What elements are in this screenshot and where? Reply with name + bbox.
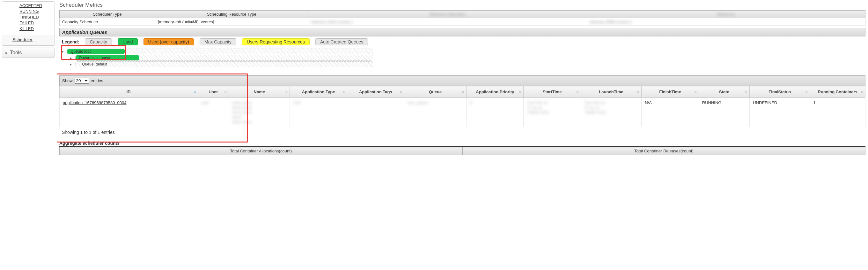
col-blur1: Minimum Allocation — [308, 10, 587, 18]
col-user[interactable]: User⇅ — [198, 86, 229, 98]
show-suffix: entries — [91, 78, 103, 83]
col-apptags[interactable]: Application Tags⇅ — [347, 86, 404, 98]
sidebar: ACCEPTED RUNNING FINISHED FAILED KILLED … — [0, 0, 57, 161]
chevron-right-icon: ▸ — [70, 56, 73, 60]
cell-launch: Tue Feb 2117:xx:xx+0000 2023 — [584, 100, 606, 115]
col-scheduling-resource: Scheduling Resource Type — [155, 10, 308, 18]
col-id[interactable]: ID▾ — [60, 86, 198, 98]
sidebar-tools[interactable]: ▶ Tools — [2, 48, 55, 58]
queue-row-test[interactable]: ▸ Queue: test_queue — [62, 55, 863, 61]
col-running[interactable]: Running Containers⇅ — [810, 86, 865, 98]
app-queues-title: Application Queues — [62, 29, 107, 35]
legend-label: Legend: — [62, 39, 79, 45]
cell-apptype: TEZ — [293, 100, 301, 105]
metrics-row: Capacity Scheduler [memory-mb (unit=Mi),… — [60, 18, 865, 26]
apps-table-length: Show 20 50 100 entries — [59, 75, 865, 86]
col-blur2: Maximum — [587, 10, 865, 18]
col-total-release: Total Container Releases(count) — [462, 147, 865, 155]
link-killed[interactable]: KILLED — [20, 26, 51, 32]
app-id-link[interactable]: application_1676969879580_0004 — [63, 100, 127, 105]
legend-used-over: Used (over capacity) — [144, 38, 194, 45]
col-apptype[interactable]: Application Type⇅ — [290, 86, 347, 98]
cell-apptags — [347, 98, 404, 127]
col-launch[interactable]: LaunchTime⇅ — [581, 86, 642, 98]
queue-root-label: Queue: root — [67, 49, 125, 54]
scheduler-metrics-title: Scheduler Metrics — [59, 2, 865, 8]
agg-table: Total Container Allocations(count) Total… — [59, 147, 865, 155]
queue-row-default[interactable]: ▸ + Queue: default — [62, 61, 863, 67]
main: Scheduler Metrics Scheduler Type Schedul… — [57, 0, 868, 161]
queue-test-label: Queue: test_queue — [75, 55, 140, 60]
col-finish[interactable]: FinishTime⇅ — [642, 86, 699, 98]
col-scheduler-type: Scheduler Type — [60, 10, 155, 18]
cell-finish: N/A — [642, 98, 699, 127]
link-accepted[interactable]: ACCEPTED — [20, 3, 51, 9]
link-failed[interactable]: FAILED — [20, 20, 51, 26]
queue-tree: ▾ Queue: root ▸ Queue: test_queue ▸ — [59, 47, 865, 70]
legend-max: Max Capacity — [199, 38, 236, 45]
tools-label: Tools — [10, 50, 22, 56]
datatable-info: Showing 1 to 1 of 1 entries — [59, 127, 865, 137]
link-finished[interactable]: FINISHED — [20, 15, 51, 20]
cell-name: word wordword wordword wordwordword word — [232, 100, 251, 124]
apps-table: ID▾ User⇅ Name⇅ Application Type⇅ Applic… — [59, 86, 865, 127]
col-total-alloc: Total Container Allocations(count) — [60, 147, 463, 155]
cell-blur2: memory 4096 vcores 4 — [587, 18, 865, 26]
queue-row-root[interactable]: ▾ Queue: root — [62, 49, 863, 54]
col-start[interactable]: StartTime⇅ — [524, 86, 581, 98]
cell-running: 1 — [810, 98, 865, 127]
cell-queue: test_queue — [407, 100, 428, 105]
legend-capacity: Capacity — [85, 38, 112, 45]
cell-scheduler-type: Capacity Scheduler — [60, 18, 155, 26]
col-name[interactable]: Name⇅ — [229, 86, 290, 98]
app-queues-header: Application Queues — [59, 28, 865, 36]
page-length-select[interactable]: 20 50 100 — [74, 78, 89, 84]
col-state[interactable]: State⇅ — [699, 86, 749, 98]
cell-priority: 0 — [470, 100, 472, 105]
show-prefix: Show — [62, 78, 73, 83]
legend-row: Legend: Capacity Used Used (over capacit… — [59, 36, 865, 47]
queue-default-label: + Queue: default — [75, 62, 107, 66]
sidebar-scheduler: Scheduler — [2, 35, 55, 45]
cell-blur1: memory 1024 vcores 1 — [308, 18, 587, 26]
legend-used: Used — [118, 38, 138, 45]
scheduler-metrics-table: Scheduler Type Scheduling Resource Type … — [59, 10, 865, 26]
cell-start: Tue Feb 2117:xx:xx+0000 2023 — [527, 100, 549, 115]
sidebar-panel: ACCEPTED RUNNING FINISHED FAILED KILLED … — [2, 1, 55, 46]
legend-auto: Auto Created Queues — [315, 38, 368, 45]
cell-scheduling-resource: [memory-mb (unit=Mi), vcores] — [155, 18, 308, 26]
link-running[interactable]: RUNNING — [20, 9, 51, 15]
legend-users: Users Requesting Resources — [242, 38, 310, 45]
cell-state: RUNNING — [699, 98, 749, 127]
chevron-right-icon: ▸ — [70, 63, 73, 66]
col-queue[interactable]: Queue⇅ — [404, 86, 466, 98]
chevron-right-icon: ▶ — [5, 51, 8, 55]
cell-final: UNDEFINED — [750, 98, 810, 127]
table-row: application_1676969879580_0004 user word… — [60, 98, 865, 127]
link-scheduler[interactable]: Scheduler — [12, 37, 33, 42]
cell-user: user — [201, 100, 209, 105]
sidebar-state-links: ACCEPTED RUNNING FINISHED FAILED KILLED — [2, 2, 55, 35]
apps-table-wrapper: Show 20 50 100 entries ID▾ User⇅ Name⇅ A… — [59, 75, 865, 127]
agg-title: Aggregate scheduler counts — [59, 139, 865, 147]
col-priority[interactable]: Application Priority⇅ — [467, 86, 524, 98]
chevron-down-icon: ▾ — [62, 50, 65, 53]
col-final[interactable]: FinalStatus⇅ — [750, 86, 810, 98]
